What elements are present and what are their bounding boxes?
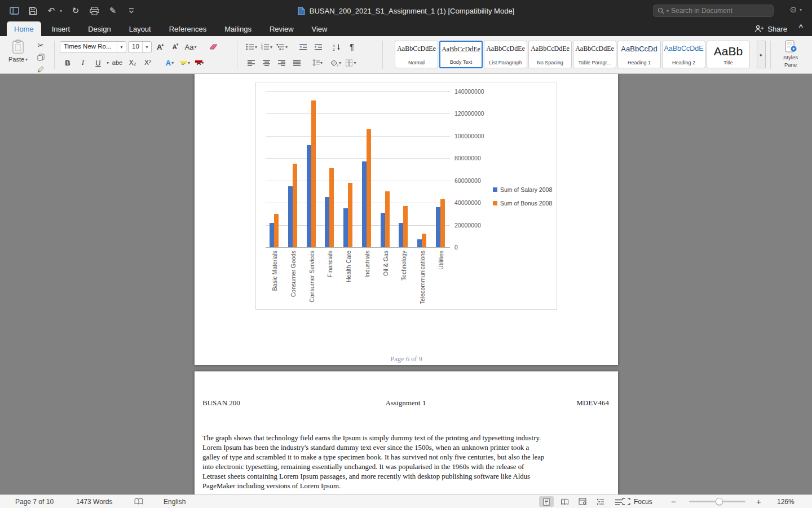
tab-home[interactable]: Home bbox=[7, 21, 41, 36]
bar-bonus[interactable] bbox=[403, 206, 408, 247]
font-name-combo[interactable]: Times New Ro... ▾ bbox=[60, 41, 126, 53]
line-spacing-button[interactable]: ▾ bbox=[310, 56, 324, 69]
more-styles-button[interactable]: ▸ bbox=[757, 41, 766, 68]
grow-font-button[interactable]: A▴ bbox=[153, 41, 167, 53]
clear-formatting-button[interactable] bbox=[207, 41, 220, 53]
search-box[interactable]: ▾ bbox=[653, 5, 774, 17]
zoom-percentage[interactable]: 126% bbox=[777, 495, 795, 508]
style-normal[interactable]: AaBbCcDdEeNormal bbox=[395, 41, 438, 68]
styles-pane-button[interactable]: Styles Pane bbox=[775, 40, 806, 68]
bar-bonus[interactable] bbox=[348, 183, 352, 247]
bar-salary[interactable] bbox=[270, 223, 274, 247]
share-button[interactable]: Share bbox=[754, 21, 787, 36]
bold-button[interactable]: B bbox=[61, 56, 74, 69]
read-mode-view-button[interactable] bbox=[557, 496, 572, 507]
borders-button[interactable]: ▾ bbox=[344, 56, 358, 69]
underline-caret-icon[interactable]: ▾ bbox=[107, 60, 109, 65]
word-count[interactable]: 1473 Words bbox=[76, 495, 112, 508]
bar-salary[interactable] bbox=[307, 145, 311, 247]
format-painter-button[interactable] bbox=[34, 64, 47, 73]
zoom-in-button[interactable]: + bbox=[756, 495, 761, 508]
bar-salary[interactable] bbox=[436, 207, 440, 247]
sidebar-toggle-icon[interactable] bbox=[9, 5, 19, 16]
undo-icon[interactable]: ↶ bbox=[46, 5, 56, 16]
cut-button[interactable]: ✂ bbox=[34, 41, 47, 50]
bullet-list-button[interactable]: ▾ bbox=[245, 41, 258, 53]
align-left-button[interactable] bbox=[245, 56, 258, 69]
style-table[interactable]: AaBbCcDdEeTable Paragr... bbox=[573, 41, 616, 68]
bar-salary[interactable] bbox=[288, 186, 293, 247]
web-layout-view-button[interactable] bbox=[575, 496, 590, 507]
align-right-button[interactable] bbox=[275, 56, 289, 69]
tab-review[interactable]: Review bbox=[262, 21, 301, 36]
search-scope-caret-icon[interactable]: ▾ bbox=[667, 8, 669, 14]
font-size-combo[interactable]: 10 ▾ bbox=[128, 41, 152, 53]
subscript-button[interactable]: X₂ bbox=[126, 56, 139, 69]
body-paragraph[interactable]: The graph shows that technology field ea… bbox=[202, 433, 612, 491]
bar-bonus[interactable] bbox=[293, 164, 297, 247]
bar-salary[interactable] bbox=[343, 208, 348, 247]
zoom-out-button[interactable]: − bbox=[671, 495, 676, 508]
bar-bonus[interactable] bbox=[422, 234, 426, 247]
language-selector[interactable]: English bbox=[164, 495, 186, 508]
document-page-7[interactable]: BUSAN 200 Assignment 1 MDEV464 The graph… bbox=[195, 371, 618, 494]
focus-button[interactable]: Focus bbox=[622, 495, 652, 508]
style-bodytext[interactable]: AaBbCcDdEeBody Text bbox=[439, 41, 483, 68]
change-case-button[interactable]: Aa▾ bbox=[184, 41, 197, 53]
tab-mailings[interactable]: Mailings bbox=[217, 21, 259, 36]
bar-bonus[interactable] bbox=[440, 199, 445, 247]
zoom-slider[interactable] bbox=[689, 501, 745, 502]
text-effects-button[interactable]: A▾ bbox=[163, 56, 176, 69]
font-color-button[interactable]: A ▾ bbox=[193, 56, 207, 69]
increase-indent-button[interactable] bbox=[311, 41, 325, 53]
bar-salary[interactable] bbox=[417, 239, 422, 247]
bar-bonus[interactable] bbox=[367, 129, 371, 247]
numbered-list-button[interactable]: 123 ▾ bbox=[260, 41, 273, 53]
chart[interactable]: 1400000001200000001000000008000000060000… bbox=[255, 82, 557, 310]
strikethrough-button[interactable]: abe bbox=[111, 56, 124, 69]
style-h2[interactable]: AaBbCcDdEHeading 2 bbox=[662, 41, 705, 68]
collapse-ribbon-icon[interactable]: ^ bbox=[798, 23, 803, 31]
tab-layout[interactable]: Layout bbox=[122, 21, 158, 36]
align-center-button[interactable] bbox=[260, 56, 273, 69]
paste-button[interactable]: Paste ▾ bbox=[6, 40, 30, 63]
decrease-indent-button[interactable] bbox=[296, 41, 310, 53]
draw-pen-icon[interactable]: ✎ bbox=[108, 5, 118, 16]
sort-button[interactable]: AZ bbox=[330, 41, 343, 53]
bar-salary[interactable] bbox=[381, 213, 385, 247]
print-layout-view-button[interactable] bbox=[539, 496, 554, 507]
tab-references[interactable]: References bbox=[162, 21, 214, 36]
feedback-smiley[interactable]: ☺ ▾ bbox=[789, 5, 802, 15]
zoom-slider-thumb[interactable] bbox=[716, 498, 723, 505]
redo-icon[interactable]: ↻ bbox=[70, 5, 81, 16]
underline-button[interactable]: U bbox=[91, 56, 105, 69]
bar-bonus[interactable] bbox=[329, 168, 334, 247]
shrink-font-button[interactable]: A▾ bbox=[169, 41, 182, 53]
tab-insert[interactable]: Insert bbox=[45, 21, 78, 36]
shading-button[interactable]: ▾ bbox=[329, 56, 342, 69]
style-title[interactable]: AaBbTitle bbox=[707, 41, 750, 68]
outline-view-button[interactable] bbox=[593, 496, 608, 507]
copy-button[interactable] bbox=[34, 52, 47, 62]
highlight-button[interactable]: ▾ bbox=[178, 56, 192, 69]
document-page-6[interactable]: 1400000001200000001000000008000000060000… bbox=[195, 74, 618, 365]
bar-salary[interactable] bbox=[362, 161, 367, 247]
undo-caret-icon[interactable]: ▾ bbox=[60, 8, 62, 14]
save-icon[interactable] bbox=[28, 5, 38, 16]
justify-button[interactable] bbox=[290, 56, 304, 69]
bar-salary[interactable] bbox=[325, 197, 329, 247]
style-list[interactable]: AaBbCcDdEeList Paragraph bbox=[484, 41, 527, 68]
customize-toolbar-icon[interactable] bbox=[126, 5, 136, 16]
show-paragraph-marks-button[interactable]: ¶ bbox=[345, 41, 359, 53]
spellcheck-icon[interactable] bbox=[134, 495, 143, 508]
style-nospacing[interactable]: AaBbCcDdEeNo Spacing bbox=[528, 41, 572, 68]
tab-view[interactable]: View bbox=[304, 21, 335, 36]
tab-design[interactable]: Design bbox=[81, 21, 118, 36]
bar-salary[interactable] bbox=[399, 223, 403, 247]
page-indicator[interactable]: Page 7 of 10 bbox=[15, 495, 54, 508]
search-input[interactable] bbox=[671, 7, 761, 15]
style-h1[interactable]: AaBbCcDdHeading 1 bbox=[617, 41, 661, 68]
bar-bonus[interactable] bbox=[274, 214, 279, 247]
superscript-button[interactable]: X² bbox=[141, 56, 155, 69]
print-icon[interactable] bbox=[89, 5, 99, 16]
